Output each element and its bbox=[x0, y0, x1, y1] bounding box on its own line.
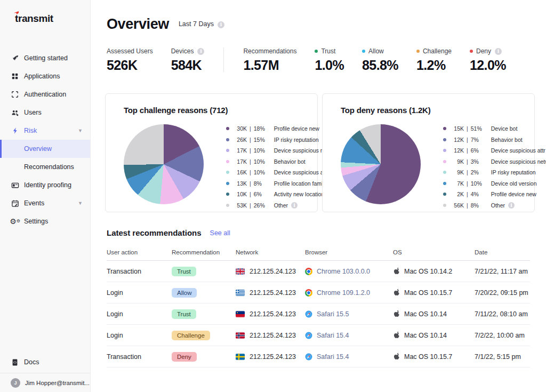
column-header-user-action: User action bbox=[107, 249, 172, 255]
date-text: 7/20/22, 09:15 pm bbox=[475, 289, 528, 297]
legend-item[interactable]: 2K|4%Profile device new bbox=[443, 189, 546, 200]
table-row[interactable]: LoginAllow212.125.24.123Chrome 109.1.2.0… bbox=[107, 282, 530, 303]
stat-label-text: Trust bbox=[321, 47, 335, 55]
sidebar-item-events[interactable]: Events ▼ bbox=[0, 194, 90, 212]
column-header-os: OS bbox=[393, 249, 475, 255]
legend-color-dot bbox=[443, 171, 446, 174]
browser-version-link[interactable]: Chrome 109.1.2.0 bbox=[317, 289, 370, 297]
info-icon[interactable]: i bbox=[218, 21, 224, 28]
sidebar-item-label: Users bbox=[24, 109, 42, 116]
sidebar-item-recomendations[interactable]: Recomendations bbox=[0, 158, 90, 176]
column-header-network: Network bbox=[236, 249, 305, 255]
sidebar-item-label: Overview bbox=[24, 145, 52, 153]
challenge-reasons-pie-chart[interactable] bbox=[124, 124, 204, 204]
date-text: 7/2/22, 10:00 am bbox=[475, 332, 525, 339]
info-icon[interactable]: i bbox=[291, 202, 298, 209]
os-cell: Mac OS 10.14.2 bbox=[393, 267, 475, 275]
chevron-down-icon[interactable]: ▼ bbox=[78, 128, 83, 133]
table-row[interactable]: TransactionTrust212.125.24.123Chrome 103… bbox=[107, 261, 530, 282]
browser-version-link[interactable]: Safari 15.5 bbox=[317, 310, 349, 318]
date-text: 7/21/22, 11:17 am bbox=[475, 268, 528, 275]
sidebar-item-label: Settings bbox=[24, 218, 48, 225]
date-cell: 7/11/22, 08:10 am bbox=[475, 310, 530, 318]
sidebar-item-identity-proofing[interactable]: Identity proofing bbox=[0, 176, 90, 194]
sidebar-item-overview[interactable]: Overview bbox=[0, 140, 90, 158]
legend-item[interactable]: 15K|51%Device bot bbox=[443, 123, 546, 134]
legend-separator: | bbox=[467, 202, 468, 209]
legend-percent: 6% bbox=[471, 147, 487, 154]
table-row[interactable]: LoginTrust212.125.24.123Safari 15.5Mac O… bbox=[107, 303, 530, 325]
bolt-icon bbox=[11, 126, 19, 135]
sidebar-item-label: Authentication bbox=[24, 91, 66, 98]
legend-color-dot bbox=[443, 149, 446, 152]
legend-item[interactable]: 12K|7%Behavior bot bbox=[443, 134, 546, 146]
stat-value: 526K bbox=[107, 58, 153, 73]
legend-separator: | bbox=[467, 125, 468, 132]
legend-color-dot bbox=[226, 138, 229, 141]
sidebar-item-applications[interactable]: Applications bbox=[0, 67, 90, 85]
stat-label: Challenge bbox=[416, 47, 452, 55]
os-version-text: Mac OS 10.15.7 bbox=[404, 353, 452, 361]
legend-separator: | bbox=[467, 169, 468, 175]
sidebar-item-risk[interactable]: Risk ▼ bbox=[0, 122, 90, 140]
legend-percent: 10% bbox=[254, 169, 270, 175]
legend-percent: 18% bbox=[254, 125, 270, 132]
date-text: 7/1/22, 5:15 pm bbox=[475, 353, 521, 361]
safari-icon bbox=[305, 353, 312, 361]
legend-color-dot bbox=[226, 193, 229, 196]
sidebar-item-getting-started[interactable]: Getting started bbox=[0, 49, 90, 67]
legend-item[interactable]: 9K|2%IP risky reputation bbox=[443, 167, 546, 178]
browser-version-link[interactable]: Safari 15.4 bbox=[317, 353, 349, 361]
sidebar-item-authentication[interactable]: Authentication bbox=[0, 85, 90, 103]
sidebar-item-docs[interactable]: Docs bbox=[0, 351, 90, 373]
os-cell: Mac OS 10.14 bbox=[393, 310, 475, 318]
column-header-date: Date bbox=[475, 249, 530, 255]
info-icon[interactable]: i bbox=[495, 48, 502, 55]
legend-item[interactable]: 9K|3%Device suspicious network bbox=[443, 156, 546, 167]
column-header-browser: Browser bbox=[305, 249, 393, 255]
date-cell: 7/2/22, 10:00 am bbox=[475, 332, 530, 339]
logo-text: transmit bbox=[15, 13, 53, 24]
legend-percent: 4% bbox=[471, 191, 487, 197]
legend-value: 2K bbox=[451, 191, 464, 197]
user-account-menu[interactable]: J Jim Hopper@transmit... bbox=[0, 373, 90, 392]
table-row[interactable]: LoginChallenge212.125.24.123Safari 15.4M… bbox=[107, 325, 530, 346]
legend-value: 9K bbox=[451, 158, 464, 165]
status-dot bbox=[470, 50, 473, 53]
date-cell: 7/20/22, 09:15 pm bbox=[475, 289, 530, 297]
legend-item[interactable]: 12K|6%Device suspicious attr bbox=[443, 145, 546, 156]
browser-version-link[interactable]: Safari 15.4 bbox=[317, 332, 349, 339]
legend-color-dot bbox=[226, 127, 229, 130]
info-icon[interactable]: i bbox=[508, 202, 515, 209]
legend-percent: 3% bbox=[471, 158, 487, 165]
period-selector[interactable]: Last 7 Daysi bbox=[179, 20, 224, 28]
sidebar-item-settings[interactable]: ⚙⚙ Settings bbox=[0, 212, 90, 230]
deny-reasons-pie-chart[interactable] bbox=[341, 124, 421, 204]
sidebar-item-users[interactable]: Users bbox=[0, 103, 90, 122]
transmit-logo[interactable]: transmit bbox=[15, 13, 90, 25]
browser-version-link[interactable]: Chrome 103.0.0.0 bbox=[317, 268, 370, 275]
table-row[interactable]: TransactionDeny212.125.24.123Safari 15.4… bbox=[107, 346, 530, 367]
legend-item[interactable]: 56K|8%Otheri bbox=[443, 200, 546, 211]
legend-color-dot bbox=[443, 138, 446, 141]
legend-value: 53K bbox=[234, 202, 247, 209]
legend-item[interactable]: 7K|10%Device old version bbox=[443, 178, 546, 189]
legend-value: 26K bbox=[234, 137, 247, 143]
legend-separator: | bbox=[467, 147, 468, 154]
flag-liechtenstein-icon bbox=[236, 311, 245, 317]
stat-label: Allow bbox=[362, 47, 398, 55]
challenge-reasons-card: Top challenge reasons (712) 30K|18%Profi… bbox=[105, 93, 318, 212]
legend-value: 17K bbox=[234, 158, 247, 165]
chevron-down-icon[interactable]: ▼ bbox=[78, 201, 83, 206]
see-all-link[interactable]: See all bbox=[210, 229, 230, 237]
network-cell: 212.125.24.123 bbox=[236, 353, 305, 361]
sidebar-item-label: Docs bbox=[24, 358, 39, 366]
info-icon[interactable]: i bbox=[197, 48, 204, 55]
stat-label: Assessed Users bbox=[107, 47, 153, 55]
deny-reasons-card: Top deny reasons (1.2K) 15K|51%Device bo… bbox=[322, 93, 535, 212]
page-header: Overview Last 7 Daysi bbox=[91, 0, 546, 33]
legend-label: Behavior bot bbox=[274, 158, 306, 165]
os-version-text: Mac OS 10.14 bbox=[404, 332, 447, 339]
column-header-recommendation: Recommendation bbox=[172, 249, 236, 255]
legend-percent: 8% bbox=[471, 202, 487, 209]
